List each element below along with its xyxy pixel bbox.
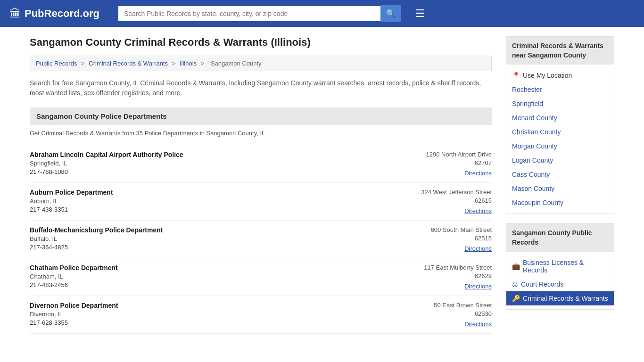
- dept-zip: 62707: [407, 159, 492, 166]
- department-item: Auburn Police Department Auburn, IL 217-…: [30, 183, 492, 221]
- nearby-links: RochesterSpringfieldMenard CountyChristi…: [506, 82, 614, 210]
- dept-phone: 217-438-3351: [30, 206, 113, 213]
- use-my-location-label: Use My Location: [523, 72, 572, 79]
- dept-right-2: 600 South Main Street 62515 Directions: [407, 226, 492, 252]
- dept-left-2: Buffalo-Mechanicsburg Police Department …: [30, 226, 163, 252]
- dept-address: 324 West Jefferson Street: [407, 189, 492, 196]
- breadcrumb-sep-3: >: [201, 60, 206, 67]
- dept-right-4: 50 East Brown Street 62530 Directions: [407, 302, 492, 328]
- location-icon: 📍: [512, 72, 520, 79]
- dept-city: Chatham, IL: [30, 273, 118, 280]
- public-record-link-2[interactable]: 🔑Criminal Records & Warrants: [506, 291, 614, 305]
- dept-zip: 62629: [407, 272, 492, 280]
- nearby-link-4[interactable]: Morgan County: [506, 139, 614, 153]
- breadcrumb-current: Sangamon County: [211, 60, 262, 67]
- dept-name: Divernon Police Department: [30, 302, 118, 309]
- nearby-link-7[interactable]: Mason County: [506, 181, 614, 196]
- directions-link[interactable]: Directions: [464, 245, 492, 252]
- page-title: Sangamon County Criminal Records & Warra…: [30, 36, 492, 49]
- department-item: Chatham Police Department Chatham, IL 21…: [30, 258, 492, 296]
- directions-link[interactable]: Directions: [464, 207, 492, 214]
- breadcrumb-illinois[interactable]: Illinois: [180, 60, 197, 67]
- logo-link[interactable]: 🏛 PubRecord.org: [9, 7, 99, 20]
- department-list: Abraham Lincoln Capital Airport Authorit…: [30, 145, 492, 334]
- nearby-box: Criminal Records & Warrants near Sangamo…: [506, 36, 614, 214]
- nearby-link-2[interactable]: Menard County: [506, 111, 614, 125]
- dept-phone: 217-483-2456: [30, 281, 118, 288]
- public-records-links: 💼Business Licenses & Records⚖Court Recor…: [506, 255, 614, 305]
- department-item: Buffalo-Mechanicsburg Police Department …: [30, 221, 492, 258]
- search-button[interactable]: 🔍: [380, 5, 401, 22]
- public-records-content: 💼Business Licenses & Records⚖Court Recor…: [506, 252, 614, 309]
- nearby-link-5[interactable]: Logan County: [506, 153, 614, 167]
- dept-left-4: Divernon Police Department Divernon, IL …: [30, 302, 118, 328]
- dept-phone: 217-788-1080: [30, 168, 183, 175]
- breadcrumb-criminal-records[interactable]: Criminal Records & Warrants: [89, 60, 168, 67]
- directions-link[interactable]: Directions: [464, 170, 492, 177]
- nearby-link-8[interactable]: Macoupin County: [506, 196, 614, 210]
- dept-address: 1290 North Airport Drive: [407, 151, 492, 158]
- breadcrumb-public-records[interactable]: Public Records: [36, 60, 77, 67]
- dept-zip: 62530: [407, 310, 492, 317]
- nearby-link-1[interactable]: Springfield: [506, 97, 614, 111]
- nearby-link-6[interactable]: Cass County: [506, 167, 614, 181]
- dept-right-1: 324 West Jefferson Street 62615 Directio…: [407, 189, 492, 214]
- dept-name: Buffalo-Mechanicsburg Police Department: [30, 226, 163, 234]
- breadcrumb: Public Records > Criminal Records & Warr…: [30, 56, 492, 71]
- nearby-content: 📍 Use My Location RochesterSpringfieldMe…: [506, 65, 614, 214]
- site-header: 🏛 PubRecord.org 🔍 ☰: [0, 0, 644, 27]
- record-icon-2: 🔑: [512, 295, 520, 302]
- dept-left-3: Chatham Police Department Chatham, IL 21…: [30, 264, 118, 290]
- record-icon-0: 💼: [512, 263, 520, 270]
- nearby-header: Criminal Records & Warrants near Sangamo…: [506, 37, 614, 65]
- menu-button[interactable]: ☰: [415, 8, 425, 20]
- dept-phone: 217-364-4825: [30, 244, 163, 251]
- dept-right-3: 117 East Mulberry Street 62629 Direction…: [407, 264, 492, 290]
- dept-zip: 62515: [407, 235, 492, 242]
- dept-city: Springfield, IL: [30, 160, 183, 167]
- dept-address: 600 South Main Street: [407, 226, 492, 233]
- dept-zip: 62615: [407, 197, 492, 204]
- dept-name: Auburn Police Department: [30, 189, 113, 196]
- record-label-1: Court Records: [521, 280, 563, 288]
- record-label-0: Business Licenses & Records: [523, 259, 608, 274]
- public-records-header: Sangamon County Public Records: [506, 224, 614, 252]
- dept-address: 117 East Mulberry Street: [407, 264, 492, 271]
- department-item: Abraham Lincoln Capital Airport Authorit…: [30, 145, 492, 183]
- breadcrumb-sep-2: >: [172, 60, 177, 67]
- section-header: Sangamon County Police Departments: [30, 107, 492, 125]
- dept-name: Abraham Lincoln Capital Airport Authorit…: [30, 151, 183, 158]
- search-input[interactable]: [118, 6, 380, 21]
- department-item: Divernon Police Department Divernon, IL …: [30, 296, 492, 334]
- public-record-link-0[interactable]: 💼Business Licenses & Records: [506, 255, 614, 277]
- record-icon-1: ⚖: [512, 280, 518, 288]
- public-records-box: Sangamon County Public Records 💼Business…: [506, 223, 614, 310]
- dept-name: Chatham Police Department: [30, 264, 118, 272]
- section-subtitle: Get Criminal Records & Warrants from 35 …: [30, 130, 492, 137]
- page-container: Sangamon County Criminal Records & Warra…: [16, 27, 628, 343]
- dept-right-0: 1290 North Airport Drive 62707 Direction…: [407, 151, 492, 177]
- use-my-location-link[interactable]: 📍 Use My Location: [506, 68, 614, 82]
- dept-left-0: Abraham Lincoln Capital Airport Authorit…: [30, 151, 183, 177]
- sidebar: Criminal Records & Warrants near Sangamo…: [506, 36, 614, 334]
- dept-phone: 217-628-3355: [30, 319, 118, 326]
- directions-link[interactable]: Directions: [464, 321, 492, 328]
- search-area: 🔍: [118, 5, 401, 22]
- breadcrumb-sep-1: >: [81, 60, 86, 67]
- main-content: Sangamon County Criminal Records & Warra…: [30, 36, 492, 334]
- dept-city: Divernon, IL: [30, 311, 118, 318]
- page-description: Search for free Sangamon County, IL Crim…: [30, 78, 492, 98]
- nearby-link-3[interactable]: Christian County: [506, 125, 614, 139]
- public-record-link-1[interactable]: ⚖Court Records: [506, 277, 614, 291]
- logo-icon: 🏛: [9, 7, 21, 20]
- logo-text: PubRecord.org: [25, 8, 99, 20]
- dept-city: Auburn, IL: [30, 197, 113, 205]
- nearby-link-0[interactable]: Rochester: [506, 82, 614, 97]
- directions-link[interactable]: Directions: [464, 283, 492, 290]
- dept-city: Buffalo, IL: [30, 235, 163, 242]
- dept-address: 50 East Brown Street: [407, 302, 492, 309]
- dept-left-1: Auburn Police Department Auburn, IL 217-…: [30, 189, 113, 214]
- record-label-2: Criminal Records & Warrants: [523, 295, 608, 302]
